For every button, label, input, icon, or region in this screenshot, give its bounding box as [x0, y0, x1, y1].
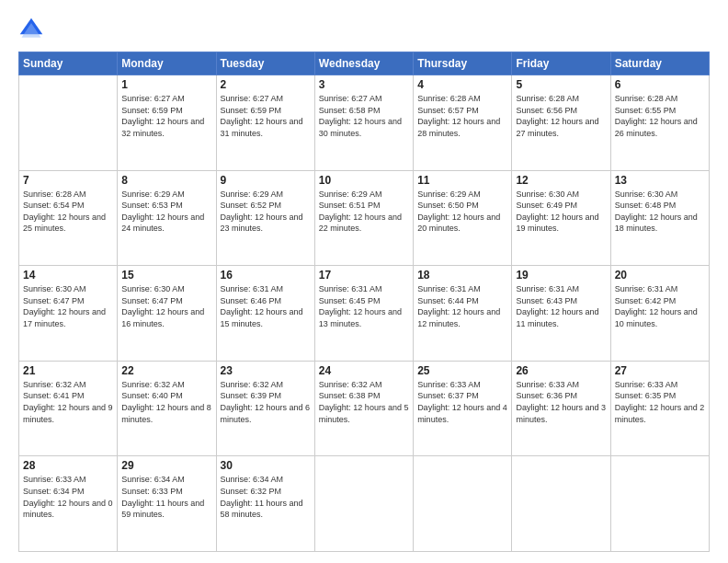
day-number: 9 [221, 174, 311, 187]
day-number: 30 [221, 459, 311, 472]
day-info: Sunrise: 6:30 AM Sunset: 6:48 PM Dayligh… [615, 189, 705, 235]
day-number: 19 [516, 269, 606, 282]
calendar-cell: 20Sunrise: 6:31 AM Sunset: 6:42 PM Dayli… [610, 266, 709, 362]
calendar-cell: 30Sunrise: 6:34 AM Sunset: 6:32 PM Dayli… [216, 456, 314, 552]
day-header-thursday: Thursday [414, 52, 512, 75]
day-number: 7 [23, 174, 113, 187]
day-info: Sunrise: 6:28 AM Sunset: 6:56 PM Dayligh… [516, 93, 606, 139]
day-number: 2 [221, 78, 311, 91]
calendar-cell: 17Sunrise: 6:31 AM Sunset: 6:45 PM Dayli… [314, 266, 413, 362]
calendar-cell [19, 75, 118, 171]
day-number: 27 [615, 364, 705, 377]
day-info: Sunrise: 6:34 AM Sunset: 6:32 PM Dayligh… [221, 474, 311, 520]
day-number: 1 [121, 78, 211, 91]
day-number: 26 [516, 364, 606, 377]
calendar-cell: 13Sunrise: 6:30 AM Sunset: 6:48 PM Dayli… [610, 170, 709, 266]
day-info: Sunrise: 6:33 AM Sunset: 6:37 PM Dayligh… [417, 379, 507, 425]
calendar-cell: 9Sunrise: 6:29 AM Sunset: 6:52 PM Daylig… [216, 170, 314, 266]
header [18, 17, 710, 42]
day-info: Sunrise: 6:31 AM Sunset: 6:45 PM Dayligh… [319, 283, 409, 329]
calendar-cell: 7Sunrise: 6:28 AM Sunset: 6:54 PM Daylig… [19, 170, 118, 266]
calendar-cell: 2Sunrise: 6:27 AM Sunset: 6:59 PM Daylig… [216, 75, 314, 171]
calendar-cell: 21Sunrise: 6:32 AM Sunset: 6:41 PM Dayli… [19, 361, 118, 456]
day-number: 3 [319, 78, 409, 91]
calendar-cell [414, 456, 512, 552]
day-info: Sunrise: 6:32 AM Sunset: 6:41 PM Dayligh… [23, 379, 113, 425]
day-info: Sunrise: 6:32 AM Sunset: 6:38 PM Dayligh… [319, 379, 409, 425]
day-info: Sunrise: 6:28 AM Sunset: 6:57 PM Dayligh… [417, 93, 507, 139]
logo [18, 17, 48, 42]
logo-icon [18, 17, 44, 42]
calendar-cell: 5Sunrise: 6:28 AM Sunset: 6:56 PM Daylig… [512, 75, 610, 171]
calendar-cell: 6Sunrise: 6:28 AM Sunset: 6:55 PM Daylig… [610, 75, 709, 171]
calendar-cell: 12Sunrise: 6:30 AM Sunset: 6:49 PM Dayli… [512, 170, 610, 266]
calendar-cell [512, 456, 610, 552]
day-header-friday: Friday [512, 52, 610, 75]
day-info: Sunrise: 6:31 AM Sunset: 6:42 PM Dayligh… [615, 283, 705, 329]
day-info: Sunrise: 6:29 AM Sunset: 6:50 PM Dayligh… [417, 189, 507, 235]
calendar-cell: 23Sunrise: 6:32 AM Sunset: 6:39 PM Dayli… [216, 361, 314, 456]
day-info: Sunrise: 6:27 AM Sunset: 6:59 PM Dayligh… [121, 93, 211, 139]
calendar-cell: 10Sunrise: 6:29 AM Sunset: 6:51 PM Dayli… [314, 170, 413, 266]
week-row-3: 21Sunrise: 6:32 AM Sunset: 6:41 PM Dayli… [19, 361, 710, 456]
calendar-cell: 4Sunrise: 6:28 AM Sunset: 6:57 PM Daylig… [414, 75, 512, 171]
day-number: 13 [615, 174, 705, 187]
day-number: 6 [615, 78, 705, 91]
day-number: 8 [121, 174, 211, 187]
calendar-cell: 15Sunrise: 6:30 AM Sunset: 6:47 PM Dayli… [118, 266, 216, 362]
day-number: 12 [516, 174, 606, 187]
week-row-2: 14Sunrise: 6:30 AM Sunset: 6:47 PM Dayli… [19, 266, 710, 362]
week-row-0: 1Sunrise: 6:27 AM Sunset: 6:59 PM Daylig… [19, 75, 710, 171]
calendar-cell: 22Sunrise: 6:32 AM Sunset: 6:40 PM Dayli… [118, 361, 216, 456]
day-info: Sunrise: 6:33 AM Sunset: 6:34 PM Dayligh… [23, 474, 113, 520]
day-number: 25 [417, 364, 507, 377]
day-number: 16 [221, 269, 311, 282]
day-number: 24 [319, 364, 409, 377]
day-info: Sunrise: 6:32 AM Sunset: 6:39 PM Dayligh… [221, 379, 311, 425]
day-info: Sunrise: 6:33 AM Sunset: 6:35 PM Dayligh… [615, 379, 705, 425]
calendar-cell: 14Sunrise: 6:30 AM Sunset: 6:47 PM Dayli… [19, 266, 118, 362]
calendar-header-row: SundayMondayTuesdayWednesdayThursdayFrid… [19, 52, 710, 75]
day-number: 29 [121, 459, 211, 472]
calendar-cell: 26Sunrise: 6:33 AM Sunset: 6:36 PM Dayli… [512, 361, 610, 456]
day-info: Sunrise: 6:34 AM Sunset: 6:33 PM Dayligh… [121, 474, 211, 520]
calendar-cell: 3Sunrise: 6:27 AM Sunset: 6:58 PM Daylig… [314, 75, 413, 171]
week-row-1: 7Sunrise: 6:28 AM Sunset: 6:54 PM Daylig… [19, 170, 710, 266]
day-info: Sunrise: 6:33 AM Sunset: 6:36 PM Dayligh… [516, 379, 606, 425]
calendar-cell: 28Sunrise: 6:33 AM Sunset: 6:34 PM Dayli… [19, 456, 118, 552]
calendar-cell: 19Sunrise: 6:31 AM Sunset: 6:43 PM Dayli… [512, 266, 610, 362]
calendar-cell: 11Sunrise: 6:29 AM Sunset: 6:50 PM Dayli… [414, 170, 512, 266]
day-number: 14 [23, 269, 113, 282]
day-info: Sunrise: 6:30 AM Sunset: 6:47 PM Dayligh… [121, 283, 211, 329]
calendar-cell: 25Sunrise: 6:33 AM Sunset: 6:37 PM Dayli… [414, 361, 512, 456]
calendar-cell: 1Sunrise: 6:27 AM Sunset: 6:59 PM Daylig… [118, 75, 216, 171]
calendar-cell: 29Sunrise: 6:34 AM Sunset: 6:33 PM Dayli… [118, 456, 216, 552]
day-number: 21 [23, 364, 113, 377]
day-number: 5 [516, 78, 606, 91]
day-number: 18 [417, 269, 507, 282]
day-info: Sunrise: 6:29 AM Sunset: 6:51 PM Dayligh… [319, 189, 409, 235]
calendar-cell: 27Sunrise: 6:33 AM Sunset: 6:35 PM Dayli… [610, 361, 709, 456]
day-info: Sunrise: 6:31 AM Sunset: 6:43 PM Dayligh… [516, 283, 606, 329]
day-number: 23 [221, 364, 311, 377]
day-number: 4 [417, 78, 507, 91]
day-info: Sunrise: 6:27 AM Sunset: 6:58 PM Dayligh… [319, 93, 409, 139]
day-header-saturday: Saturday [610, 52, 709, 75]
day-info: Sunrise: 6:32 AM Sunset: 6:40 PM Dayligh… [121, 379, 211, 425]
calendar-cell: 8Sunrise: 6:29 AM Sunset: 6:53 PM Daylig… [118, 170, 216, 266]
day-header-wednesday: Wednesday [314, 52, 413, 75]
day-info: Sunrise: 6:28 AM Sunset: 6:55 PM Dayligh… [615, 93, 705, 139]
day-number: 10 [319, 174, 409, 187]
calendar-cell: 24Sunrise: 6:32 AM Sunset: 6:38 PM Dayli… [314, 361, 413, 456]
day-number: 17 [319, 269, 409, 282]
day-number: 22 [121, 364, 211, 377]
calendar-cell: 16Sunrise: 6:31 AM Sunset: 6:46 PM Dayli… [216, 266, 314, 362]
day-number: 28 [23, 459, 113, 472]
calendar-cell: 18Sunrise: 6:31 AM Sunset: 6:44 PM Dayli… [414, 266, 512, 362]
day-info: Sunrise: 6:29 AM Sunset: 6:52 PM Dayligh… [221, 189, 311, 235]
page: SundayMondayTuesdayWednesdayThursdayFrid… [0, 0, 728, 563]
week-row-4: 28Sunrise: 6:33 AM Sunset: 6:34 PM Dayli… [19, 456, 710, 552]
day-info: Sunrise: 6:30 AM Sunset: 6:49 PM Dayligh… [516, 189, 606, 235]
day-header-tuesday: Tuesday [216, 52, 314, 75]
day-info: Sunrise: 6:30 AM Sunset: 6:47 PM Dayligh… [23, 283, 113, 329]
